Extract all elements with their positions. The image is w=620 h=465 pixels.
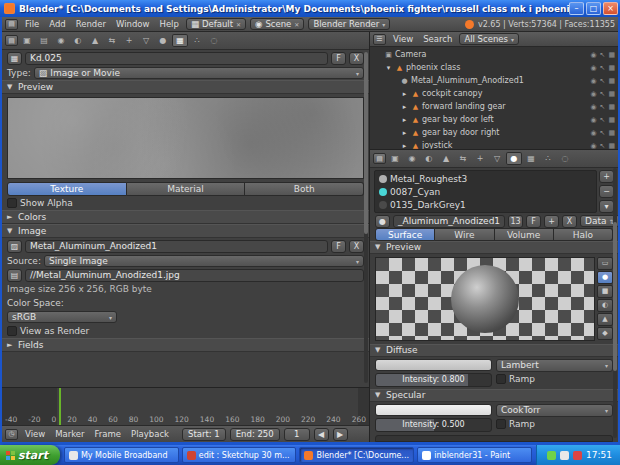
- color-space-dropdown[interactable]: sRGB ▾: [7, 311, 117, 323]
- material-tab-icon[interactable]: ●: [155, 34, 171, 47]
- end-frame-field[interactable]: End: 250: [230, 428, 280, 441]
- particles-tab-icon[interactable]: ∴: [540, 152, 556, 165]
- cursor-icon[interactable]: ↖: [600, 116, 606, 124]
- outliner-menu-search[interactable]: Search: [420, 34, 455, 44]
- surface-tab[interactable]: Surface: [375, 228, 435, 241]
- timeline-menu-frame[interactable]: Frame: [92, 429, 124, 439]
- render-restrict-icon[interactable]: ▦: [608, 142, 615, 150]
- menu-file[interactable]: File: [22, 19, 42, 29]
- material-name-field[interactable]: _Aluminum_Anodized1: [393, 215, 505, 228]
- object-tab-icon[interactable]: ▲: [87, 34, 103, 47]
- eye-icon[interactable]: ◉: [590, 51, 596, 59]
- render-restrict-icon[interactable]: ▦: [608, 103, 615, 111]
- outliner-item-forward-landing-gear[interactable]: ▸ ▲ forward landing gear ◉↖▦: [370, 100, 618, 113]
- current-frame-field[interactable]: 1: [284, 428, 310, 441]
- texture-tab-icon[interactable]: ▦: [172, 34, 188, 47]
- world-tab-icon[interactable]: ◐: [70, 34, 86, 47]
- outliner-scope-dropdown[interactable]: All Scenes ▾: [459, 33, 519, 45]
- scene-tab-icon[interactable]: ◉: [53, 34, 69, 47]
- specular-shader-dropdown[interactable]: CookTorr ▾: [496, 404, 613, 417]
- halo-tab[interactable]: Halo: [554, 228, 613, 241]
- render-restrict-icon[interactable]: ▦: [608, 129, 615, 137]
- eye-icon[interactable]: ◉: [590, 64, 596, 72]
- diffuse-ramp-checkbox[interactable]: [496, 374, 506, 384]
- outliner-item-material[interactable]: ● Metal_Aluminum_Anodized1 ◉↖▦: [370, 74, 618, 87]
- timeline-editor-type-icon[interactable]: ◷: [5, 429, 18, 440]
- unlink-material-button[interactable]: X: [562, 215, 577, 228]
- scene-dropdown[interactable]: ◉ Scene ✕: [250, 18, 304, 30]
- texture-name-field[interactable]: Kd.025: [25, 52, 328, 65]
- cursor-icon[interactable]: ↖: [600, 142, 606, 150]
- preview-material-button[interactable]: Material: [127, 182, 246, 196]
- maximize-button[interactable]: □: [586, 2, 601, 15]
- menu-window[interactable]: Window: [113, 19, 153, 29]
- fake-user-button[interactable]: F: [331, 240, 346, 253]
- render-layers-tab-icon[interactable]: ▤: [36, 34, 52, 47]
- timeline-menu-marker[interactable]: Marker: [52, 429, 87, 439]
- preview-sphere-icon[interactable]: ●: [597, 271, 613, 284]
- tray-status-icon[interactable]: [547, 451, 556, 460]
- eye-icon[interactable]: ◉: [590, 129, 596, 137]
- constraints-tab-icon[interactable]: ⇆: [455, 152, 471, 165]
- render-engine-dropdown[interactable]: Blender Render ▾: [308, 18, 390, 30]
- menu-help[interactable]: Help: [156, 19, 181, 29]
- cursor-icon[interactable]: ↖: [600, 64, 606, 72]
- eye-icon[interactable]: ◉: [590, 116, 596, 124]
- editor-type-icon[interactable]: ▤: [373, 153, 386, 164]
- outliner-item-gear-bay-door-left[interactable]: ▸ ▲ gear bay door left ◉↖▦: [370, 113, 618, 126]
- material-preview-panel-header[interactable]: ▼ Preview: [370, 241, 618, 254]
- render-tab-icon[interactable]: ▣: [19, 34, 35, 47]
- diffuse-intensity-slider[interactable]: Intensity: 0.800: [375, 373, 492, 387]
- material-tab-icon[interactable]: ●: [506, 152, 522, 165]
- cursor-icon[interactable]: ↖: [600, 103, 606, 111]
- start-button[interactable]: start: [0, 445, 60, 465]
- constraints-tab-icon[interactable]: ⇆: [104, 34, 120, 47]
- world-tab-icon[interactable]: ◐: [421, 152, 437, 165]
- fake-user-button[interactable]: F: [331, 52, 346, 65]
- render-restrict-icon[interactable]: ▦: [608, 51, 615, 59]
- timeline-ruler[interactable]: -40 -20 0 20 40 60 80 100 120 140 160 18…: [2, 388, 369, 425]
- diffuse-color-swatch[interactable]: [375, 359, 492, 371]
- taskbar-task-blender[interactable]: Blender* [C:\Docume...: [299, 447, 414, 463]
- expand-icon[interactable]: ▸: [400, 129, 409, 137]
- cursor-icon[interactable]: ↖: [600, 51, 606, 59]
- unlink-texture-button[interactable]: X: [349, 52, 364, 65]
- image-name-field[interactable]: Metal_Aluminum_Anodized1: [25, 240, 328, 253]
- preview-both-button[interactable]: Both: [245, 182, 364, 196]
- preview-cube-icon[interactable]: ■: [597, 285, 613, 298]
- specular-intensity-slider[interactable]: Intensity: 0.500: [375, 418, 492, 432]
- object-tab-icon[interactable]: ▲: [438, 152, 454, 165]
- specular-panel-header[interactable]: ▼ Specular: [370, 389, 618, 402]
- physics-tab-icon[interactable]: ◌: [206, 34, 222, 47]
- cursor-icon[interactable]: ↖: [600, 90, 606, 98]
- cursor-icon[interactable]: ↖: [600, 77, 606, 85]
- image-panel-header[interactable]: ▼ Image: [2, 224, 369, 238]
- unlink-image-button[interactable]: X: [349, 240, 364, 253]
- volume-tab[interactable]: Volume: [495, 228, 554, 241]
- render-restrict-icon[interactable]: ▦: [608, 77, 615, 85]
- timeline-menu-view[interactable]: View: [22, 429, 48, 439]
- outliner-menu-view[interactable]: View: [390, 34, 416, 44]
- taskbar-task-broadband[interactable]: My Mobile Broadband: [64, 447, 179, 463]
- diffuse-panel-header[interactable]: ▼ Diffuse: [370, 344, 618, 357]
- timeline-menu-playback[interactable]: Playback: [128, 429, 172, 439]
- specular-ramp-checkbox[interactable]: [496, 419, 506, 429]
- expand-icon[interactable]: ▸: [400, 90, 409, 98]
- material-slot-row[interactable]: Metal_Roughest3: [376, 172, 595, 185]
- outliner-item-joystick[interactable]: ▸ ▲ joystick ◉↖▦: [370, 139, 618, 149]
- image-source-dropdown[interactable]: Single Image ▾: [44, 255, 364, 267]
- texture-type-dropdown[interactable]: ▨ Image or Movie ▾: [34, 67, 364, 79]
- close-icon[interactable]: ✕: [294, 21, 299, 28]
- users-count-button[interactable]: 13: [508, 215, 523, 228]
- wire-tab[interactable]: Wire: [435, 228, 494, 241]
- menu-add[interactable]: Add: [46, 19, 68, 29]
- expand-icon[interactable]: ▸: [400, 142, 409, 150]
- browse-texture-icon[interactable]: ▦: [7, 52, 22, 65]
- physics-tab-icon[interactable]: ◌: [557, 152, 573, 165]
- tray-alert-icon[interactable]: [573, 451, 582, 460]
- expand-icon[interactable]: ▸: [400, 116, 409, 124]
- play-icon[interactable]: ▶: [333, 428, 348, 441]
- preview-hair-icon[interactable]: ▲: [597, 313, 613, 326]
- object-data-tab-icon[interactable]: ▽: [489, 152, 505, 165]
- tray-network-icon[interactable]: [560, 451, 569, 460]
